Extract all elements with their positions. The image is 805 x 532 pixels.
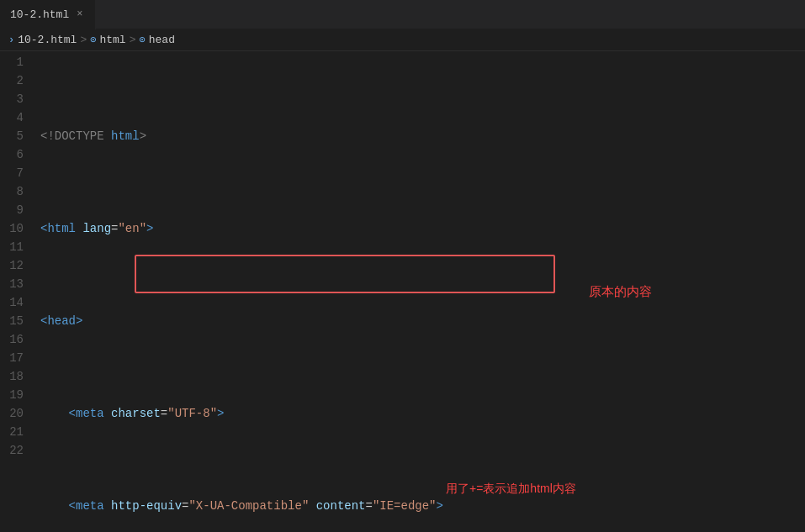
code-line-4: <meta charset="UTF-8">	[37, 404, 805, 423]
annotation-plus-eq: 用了+=表示追加html内容 原值不会变	[446, 442, 576, 532]
code-line-1: <!DOCTYPE html>	[37, 127, 805, 145]
ln-12: 12	[7, 256, 24, 275]
ln-15: 15	[7, 312, 24, 330]
ln-9: 9	[7, 201, 24, 219]
breadcrumb-file[interactable]: 10-2.html	[18, 34, 77, 46]
tab-label: 10-2.html	[10, 8, 69, 21]
ln-19: 19	[7, 386, 24, 404]
code-line-5: <meta http-equiv="X-UA-Compatible" conte…	[37, 497, 805, 515]
tab-close-button[interactable]: ×	[74, 7, 85, 22]
breadcrumb-sep-1: >	[80, 34, 87, 46]
ln-6: 6	[7, 145, 24, 164]
head-icon: ⊙	[140, 34, 146, 46]
ln-4: 4	[7, 108, 24, 127]
ln-13: 13	[7, 275, 24, 293]
ln-16: 16	[7, 330, 24, 349]
ln-11: 11	[7, 238, 24, 256]
ln-2: 2	[7, 71, 24, 90]
ln-18: 18	[7, 367, 24, 386]
breadcrumb-html[interactable]: html	[99, 34, 125, 46]
tab-file[interactable]: 10-2.html ×	[0, 0, 96, 29]
ln-5: 5	[7, 127, 24, 145]
ln-10: 10	[7, 219, 24, 238]
doctype: <!DOCTYPE	[40, 127, 111, 145]
ln-17: 17	[7, 349, 24, 367]
code-area[interactable]: <!DOCTYPE html> <html lang="en"> <head> …	[34, 51, 805, 532]
ln-1: 1	[7, 53, 24, 71]
line-numbers: 1 2 3 4 5 6 7 8 9 10 11 12 13 14 15 16 1…	[0, 51, 34, 532]
breadcrumb-head[interactable]: head	[149, 34, 175, 46]
code-line-3: <head>	[37, 312, 805, 330]
html-icon: ⊙	[90, 34, 96, 46]
file-icon: ›	[8, 34, 14, 46]
breadcrumb: › 10-2.html > ⊙ html > ⊙ head	[0, 29, 805, 51]
annotation-plus-eq-line1: 用了+=表示追加html内容	[446, 479, 576, 498]
ln-3: 3	[7, 90, 24, 108]
red-box-annotation	[135, 255, 555, 293]
ln-7: 7	[7, 164, 24, 182]
ln-20: 20	[7, 404, 24, 423]
editor: 1 2 3 4 5 6 7 8 9 10 11 12 13 14 15 16 1…	[0, 51, 805, 532]
breadcrumb-sep-2: >	[130, 34, 136, 46]
tab-bar: 10-2.html ×	[0, 0, 805, 29]
ln-8: 8	[7, 182, 24, 201]
code-line-2: <html lang="en">	[37, 219, 805, 238]
ln-14: 14	[7, 293, 24, 312]
ln-22: 22	[7, 441, 24, 460]
ln-21: 21	[7, 423, 24, 441]
